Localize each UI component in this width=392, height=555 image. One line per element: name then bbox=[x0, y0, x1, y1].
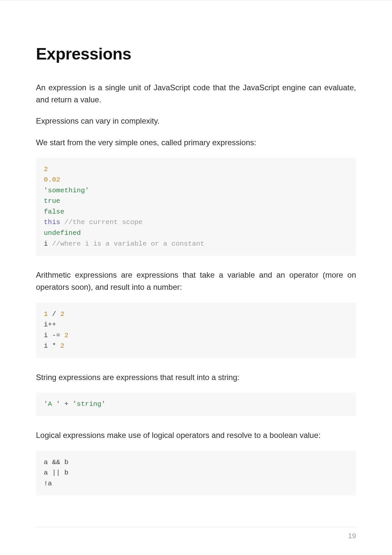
code-token: a && b bbox=[44, 459, 69, 466]
code-token: a || b bbox=[44, 469, 69, 477]
code-block-string-expressions: 'A ' + 'string' bbox=[36, 392, 356, 416]
code-token-string: 'something' bbox=[44, 187, 89, 194]
code-token-keyword: this bbox=[44, 218, 60, 226]
code-token-number: 2 bbox=[64, 332, 69, 339]
document-page: Expressions An expression is a single un… bbox=[0, 0, 392, 555]
code-block-logical-expressions: a && b a || b !a bbox=[36, 451, 356, 496]
code-token-comment: //the current scope bbox=[60, 218, 142, 226]
code-token: !a bbox=[44, 480, 52, 487]
code-token-string: 'string' bbox=[73, 400, 106, 408]
code-token-comment: //where i is a variable or a constant bbox=[48, 240, 204, 248]
paragraph: Arithmetic expressions are expressions t… bbox=[36, 269, 356, 293]
code-token-string: 'A ' bbox=[44, 400, 60, 408]
code-token-keyword: undefined bbox=[44, 229, 81, 237]
code-token: i++ bbox=[44, 321, 56, 328]
code-token-keyword: false bbox=[44, 208, 64, 216]
code-token: + bbox=[60, 400, 73, 408]
code-block-primary-expressions: 2 0.02 'something' true false this //the… bbox=[36, 158, 356, 256]
code-token: i -= bbox=[44, 332, 64, 339]
code-block-arithmetic-expressions: 1 / 2 i++ i -= 2 i * 2 bbox=[36, 303, 356, 358]
page-heading: Expressions bbox=[36, 44, 356, 63]
footer-divider bbox=[36, 527, 356, 527]
code-token: i * bbox=[44, 342, 60, 350]
paragraph: Expressions can vary in complexity. bbox=[36, 115, 356, 127]
code-token-number: 2 bbox=[60, 310, 64, 318]
paragraph: An expression is a single unit of JavaSc… bbox=[36, 81, 356, 106]
code-token-number: 2 bbox=[44, 165, 48, 173]
paragraph: String expressions are expressions that … bbox=[36, 371, 356, 383]
paragraph: We start from the very simple ones, call… bbox=[36, 136, 356, 148]
code-token-number: 0.02 bbox=[44, 176, 60, 183]
code-token: i bbox=[44, 240, 48, 248]
page-number: 19 bbox=[348, 532, 356, 540]
code-token-number: 2 bbox=[60, 342, 64, 350]
code-token-number: 1 bbox=[44, 310, 48, 318]
code-token: / bbox=[48, 310, 60, 318]
code-token-keyword: true bbox=[44, 197, 60, 205]
paragraph: Logical expressions make use of logical … bbox=[36, 429, 356, 441]
